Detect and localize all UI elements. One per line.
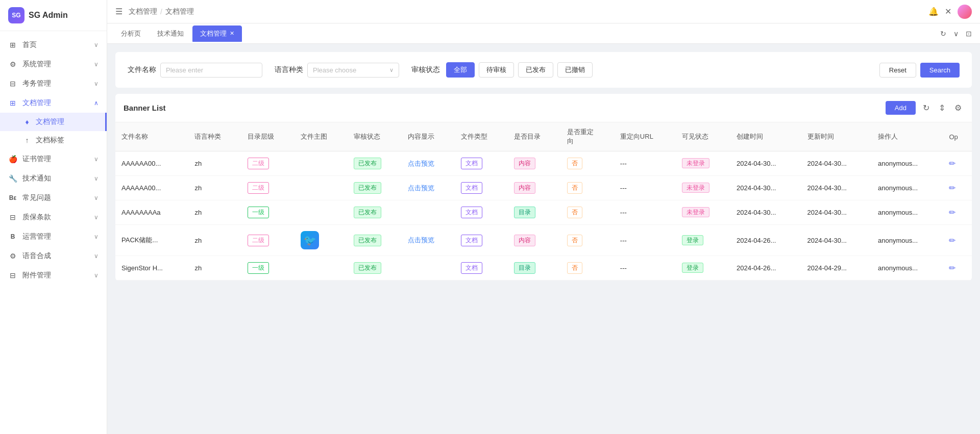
breadcrumb-parent: 文档管理 xyxy=(129,7,157,16)
cell-thumb xyxy=(295,151,348,176)
refresh-table-icon[interactable]: ↻ xyxy=(921,101,932,115)
add-button[interactable]: Add xyxy=(886,101,916,115)
table-wrapper: 文件名称 语言种类 目录层级 文件主图 审核状态 内容显示 文件类型 是否目录 … xyxy=(115,122,972,280)
sidebar-menu: ⊞ 首页 ∨ ⚙ 系统管理 ∨ ⊟ 考务管理 ∨ ⊞ 文档管理 ∧ ♦ 文档管理 xyxy=(0,31,107,434)
language-select[interactable]: Please choose ∨ xyxy=(307,63,399,78)
cell-created: 2024-04-30... xyxy=(730,176,801,200)
chevron-down-icon: ∨ xyxy=(94,61,99,68)
chevron-down-icon: ∨ xyxy=(94,194,99,201)
sidebar-item-system[interactable]: ⚙ 系统管理 ∨ xyxy=(0,55,107,74)
sidebar-item-attachment-label: 附件管理 xyxy=(22,271,89,280)
sidebar-item-docs-tag[interactable]: ↑ 文档标签 xyxy=(0,131,107,149)
col-filetype: 文件类型 xyxy=(455,122,508,151)
cell-status: 已发布 xyxy=(348,256,402,280)
avatar[interactable] xyxy=(958,5,972,19)
language-label: 语言种类 xyxy=(275,65,303,74)
cell-display: 点击预览 xyxy=(402,151,455,176)
col-operator: 操作人 xyxy=(872,122,943,151)
cell-created: 2024-04-26... xyxy=(730,225,801,256)
status-btn-all[interactable]: 全部 xyxy=(446,62,475,78)
col-display: 内容显示 xyxy=(402,122,455,151)
edit-icon[interactable]: ✏ xyxy=(949,236,955,245)
cell-filetype: 文档 xyxy=(455,151,508,176)
cell-operator: anonymous... xyxy=(872,176,943,200)
cell-updated: 2024-04-30... xyxy=(801,151,872,176)
preview-link[interactable]: 点击预览 xyxy=(408,184,434,192)
menu-toggle-icon[interactable]: ☰ xyxy=(115,7,122,16)
ops-icon: B xyxy=(8,233,17,240)
tab-analysis[interactable]: 分析页 xyxy=(113,25,149,42)
row-height-icon[interactable]: ⇕ xyxy=(937,101,947,115)
sidebar-item-docs-tag-label: 文档标签 xyxy=(36,136,64,145)
chevron-down-tabs-icon[interactable]: ∨ xyxy=(951,28,961,40)
cell-isredirect: 否 xyxy=(561,256,614,280)
sidebar-item-quality-label: 质保条款 xyxy=(22,213,89,222)
status-btn-revoked[interactable]: 已撤销 xyxy=(557,62,593,78)
edit-icon[interactable]: ✏ xyxy=(949,184,955,192)
sidebar-item-tech[interactable]: 🔧 技术通知 ∨ xyxy=(0,169,107,188)
cell-filename: AAAAAA00... xyxy=(115,151,188,176)
table-row: AAAAAA00... zh 二级 已发布 点击预览 文档 内容 否 --- 未… xyxy=(115,151,972,176)
cell-visible: 未登录 xyxy=(676,151,730,176)
table-actions: Add ↻ ⇕ ⚙ xyxy=(886,101,964,115)
edit-icon[interactable]: ✏ xyxy=(949,264,955,272)
sidebar-item-voice[interactable]: ⚙ 语音合成 ∨ xyxy=(0,246,107,266)
breadcrumb-current: 文档管理 xyxy=(165,7,194,16)
edit-icon[interactable]: ✏ xyxy=(949,208,955,217)
cell-redirecturl: --- xyxy=(614,151,676,176)
cell-thumb xyxy=(295,176,348,200)
fullscreen-icon[interactable]: ⊡ xyxy=(964,28,974,40)
cell-isredirect: 否 xyxy=(561,151,614,176)
cell-lang: zh xyxy=(188,225,241,256)
status-btn-pending[interactable]: 待审核 xyxy=(479,62,514,78)
sidebar-item-docs-parent[interactable]: ⊞ 文档管理 ∧ xyxy=(0,93,107,113)
select-arrow-icon: ∨ xyxy=(389,67,394,73)
sidebar-item-ops[interactable]: B 运营管理 ∨ xyxy=(0,227,107,246)
close-icon[interactable]: ✕ xyxy=(945,7,951,16)
col-filename: 文件名称 xyxy=(115,122,188,151)
cell-redirecturl: --- xyxy=(614,176,676,200)
language-select-value: Please choose xyxy=(313,66,356,74)
tab-doc-mgmt[interactable]: 文档管理 ✕ xyxy=(192,25,242,42)
sidebar-item-quality[interactable]: ⊟ 质保条款 ∨ xyxy=(0,208,107,227)
filename-input[interactable] xyxy=(160,63,262,78)
bell-icon[interactable]: 🔔 xyxy=(928,7,939,16)
cell-status: 已发布 xyxy=(348,151,402,176)
sidebar-item-docs[interactable]: ♦ 文档管理 xyxy=(0,113,107,131)
cell-updated: 2024-04-29... xyxy=(801,256,872,280)
chevron-up-icon: ∧ xyxy=(94,99,99,107)
filter-row: 文件名称 语言种类 Please choose ∨ 审核状态 全部 xyxy=(128,62,960,78)
cell-level: 一级 xyxy=(241,256,295,280)
preview-link[interactable]: 点击预览 xyxy=(408,236,434,244)
sidebar-item-home[interactable]: ⊞ 首页 ∨ xyxy=(0,35,107,55)
sidebar-logo: SG SG Admin xyxy=(0,0,107,31)
sidebar-item-attachment[interactable]: ⊟ 附件管理 ∨ xyxy=(0,266,107,285)
tab-tech-notice-label: 技术通知 xyxy=(157,29,184,38)
tabs-bar: 分析页 技术通知 文档管理 ✕ ↻ ∨ ⊡ xyxy=(107,23,980,44)
content-area: 文件名称 语言种类 Please choose ∨ 审核状态 全部 xyxy=(107,44,980,434)
cell-filetype: 文档 xyxy=(455,200,508,225)
cell-redirecturl: --- xyxy=(614,256,676,280)
tech-icon: 🔧 xyxy=(8,174,17,183)
status-btn-published[interactable]: 已发布 xyxy=(518,62,553,78)
cell-display xyxy=(402,200,455,225)
tab-close-icon[interactable]: ✕ xyxy=(230,30,234,37)
edit-icon[interactable]: ✏ xyxy=(949,159,955,168)
cell-iscatalog: 内容 xyxy=(508,225,561,256)
sidebar-item-cert-label: 证书管理 xyxy=(22,155,89,164)
sidebar-item-exam[interactable]: ⊟ 考务管理 ∨ xyxy=(0,74,107,93)
table-header: Banner List Add ↻ ⇕ ⚙ xyxy=(115,94,972,122)
cell-redirecturl: --- xyxy=(614,200,676,225)
sidebar-item-faq[interactable]: Bε 常见问题 ∨ xyxy=(0,188,107,208)
settings-icon[interactable]: ⚙ xyxy=(952,101,964,115)
table-row: PACK储能... zh 二级 🐦 已发布 点击预览 文档 内容 否 --- xyxy=(115,225,972,256)
reset-button[interactable]: Reset xyxy=(879,63,916,78)
table-row: AAAAAA00... zh 二级 已发布 点击预览 文档 内容 否 --- 未… xyxy=(115,176,972,200)
search-button[interactable]: Search xyxy=(920,63,960,78)
sidebar-item-cert[interactable]: 🍎 证书管理 ∨ xyxy=(0,149,107,169)
cell-filetype: 文档 xyxy=(455,225,508,256)
preview-link[interactable]: 点击预览 xyxy=(408,160,434,167)
tab-tech-notice[interactable]: 技术通知 xyxy=(150,25,191,42)
app-icon: 🐦 xyxy=(301,231,319,249)
refresh-icon[interactable]: ↻ xyxy=(938,28,948,40)
